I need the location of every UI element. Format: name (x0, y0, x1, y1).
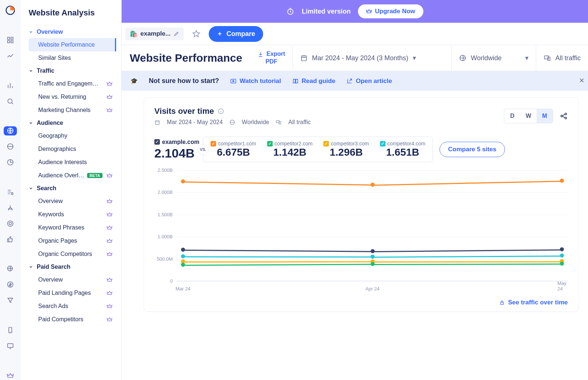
chart-point[interactable] (560, 261, 564, 265)
world-search-icon[interactable] (4, 264, 17, 274)
y-tick-label: 1.500B (154, 212, 173, 217)
devices-icon (544, 54, 551, 62)
chart-point[interactable] (370, 249, 374, 253)
target-icon[interactable] (4, 219, 17, 228)
geo-filter[interactable]: Worldwide ▾ (452, 46, 536, 70)
pencil-icon[interactable] (173, 31, 179, 37)
svg-point-5 (8, 99, 12, 103)
nav-item[interactable]: Keyword Phrases (29, 221, 116, 234)
dashboard-icon[interactable] (4, 35, 17, 44)
share-icon[interactable] (560, 112, 568, 120)
checkbox-icon[interactable]: ✓ (211, 141, 216, 146)
chart-point[interactable] (181, 180, 185, 184)
chart-point[interactable] (370, 262, 374, 266)
pie-icon[interactable] (4, 158, 17, 167)
calendar-icon (300, 54, 308, 62)
compare-button[interactable]: Compare (209, 26, 263, 42)
svg-rect-3 (8, 41, 10, 43)
nav-group-header[interactable]: Audience (29, 117, 121, 129)
crown-icon[interactable] (4, 371, 17, 380)
checkbox-icon[interactable]: ✓ (380, 141, 386, 146)
nav-item[interactable]: Similar Sites (29, 51, 116, 65)
checkbox-icon[interactable]: ✓ (154, 139, 160, 145)
nav-group-header[interactable]: Paid Search (29, 261, 121, 273)
nav-item[interactable]: Organic Pages (29, 234, 116, 247)
export-button[interactable]: Export PDF (250, 47, 293, 69)
x-tick-label: May 24 (557, 281, 567, 292)
chevron-down-icon (29, 30, 34, 34)
gran-month[interactable]: M (537, 109, 553, 123)
site-chip[interactable]: 🛍️ example... (125, 28, 184, 40)
chart-point[interactable] (181, 248, 185, 252)
main: Limited version Upgrade Now 🛍️ example..… (122, 0, 588, 380)
chart-point[interactable] (560, 178, 564, 182)
see-traffic-link[interactable]: See traffic over time (154, 299, 568, 306)
crown-icon (107, 107, 112, 113)
desktop-icon[interactable] (4, 341, 17, 351)
chart-point[interactable] (370, 182, 374, 187)
close-icon[interactable] (578, 77, 585, 84)
chart-point[interactable] (181, 254, 185, 258)
nav-item[interactable]: Audience Interests (29, 156, 116, 169)
globe-icon[interactable] (4, 126, 17, 135)
trend-icon[interactable] (4, 51, 17, 61)
read-guide-link[interactable]: Read guide (292, 77, 336, 85)
gran-day[interactable]: D (504, 109, 520, 123)
chevron-down-icon (29, 69, 34, 73)
info-icon[interactable] (218, 108, 224, 115)
chart-point[interactable] (181, 263, 185, 267)
nav-item[interactable]: Demographics (29, 142, 116, 156)
y-tick-label: 1.000B (154, 234, 173, 239)
nav-group-header[interactable]: Search (29, 182, 121, 195)
nav-group-header[interactable]: Overview (29, 26, 121, 38)
watch-tutorial-link[interactable]: Watch tutorial (230, 77, 281, 85)
filter-icon[interactable] (4, 296, 17, 305)
nav-item[interactable]: Overview (29, 273, 116, 286)
nav-group-header[interactable]: Traffic (29, 65, 121, 77)
nav-item[interactable]: Website Performance (29, 38, 116, 51)
nav-item[interactable]: Paid Landing Pages (29, 286, 116, 300)
nav-item[interactable]: Paid Competitors (29, 313, 116, 326)
compare-5-button[interactable]: Compare 5 sites (440, 142, 505, 157)
chart-line (372, 261, 562, 263)
competitor-col: ✓competitor3.com1.296B (323, 141, 369, 158)
coin-icon[interactable] (4, 280, 17, 289)
upgrade-button[interactable]: Upgrade Now (358, 4, 423, 18)
chart-point[interactable] (370, 254, 374, 258)
crown-icon (107, 316, 112, 322)
nav-item[interactable]: Geography (29, 129, 116, 142)
limited-label: Limited version (302, 8, 351, 15)
card-subtitle: Mar 2024 - May 2024 Worldwide All traffi… (154, 119, 311, 126)
nav-item[interactable]: Organic Competitors (29, 247, 116, 261)
globe-alt-icon[interactable] (4, 142, 17, 151)
compare-bar: 🛍️ example... Compare (122, 23, 588, 45)
nav-item[interactable]: Traffic and Engagem… (29, 77, 116, 90)
nav-item[interactable]: Audience Overl…BETA (29, 169, 116, 182)
card-title: Visits over time (154, 106, 311, 116)
mobile-icon[interactable] (4, 325, 17, 334)
tree-icon[interactable] (4, 203, 17, 212)
date-filter[interactable]: Mar 2024 - May 2024 (3 Months) ▾ (293, 46, 452, 70)
barchart-icon[interactable] (4, 81, 17, 90)
svg-rect-15 (8, 344, 13, 347)
checkbox-icon[interactable]: ✓ (267, 141, 273, 146)
nav-item[interactable]: New vs. Returning (29, 90, 116, 104)
nav-item[interactable]: Keywords (29, 208, 116, 221)
list-search-icon[interactable] (4, 187, 17, 196)
help-bar: 🎓 Not sure how to start? Watch tutorial … (122, 71, 588, 91)
checkbox-icon[interactable]: ✓ (323, 141, 329, 146)
open-article-link[interactable]: Open article (346, 77, 392, 85)
nav-item[interactable]: Marketing Channels (29, 104, 116, 117)
crown-icon (107, 225, 112, 231)
search-globe-icon[interactable] (4, 97, 17, 106)
thumbs-up-icon[interactable] (4, 235, 17, 244)
nav-item[interactable]: Overview (29, 195, 116, 208)
traffic-filter[interactable]: All traffic (536, 46, 588, 70)
chart-point[interactable] (560, 253, 564, 257)
caret-down-icon: ▾ (525, 54, 528, 62)
gran-week[interactable]: W (520, 109, 537, 123)
favorite-button[interactable] (189, 26, 204, 41)
chart-point[interactable] (560, 247, 564, 251)
competitor-col: ✓competitor4.com1.651B (380, 141, 425, 158)
nav-item[interactable]: Search Ads (29, 300, 116, 313)
